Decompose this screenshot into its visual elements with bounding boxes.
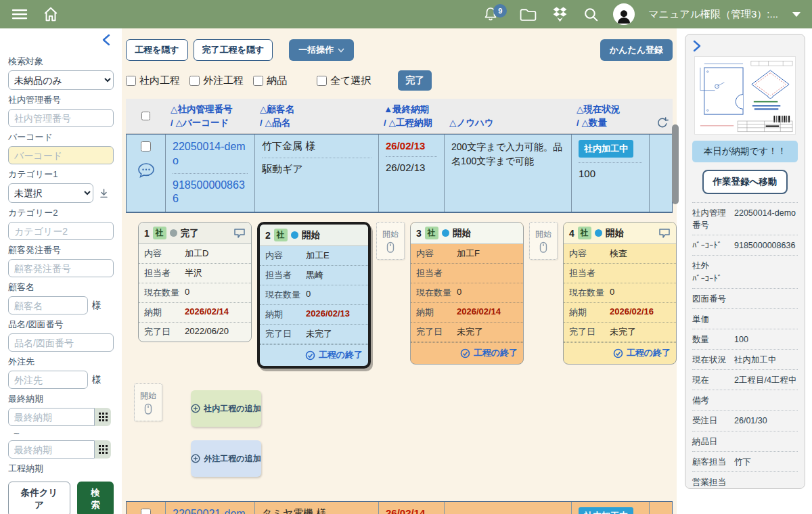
move-to-work-register-button[interactable]: 作業登録へ移動 xyxy=(702,170,788,194)
avatar[interactable] xyxy=(613,3,635,25)
home-icon[interactable] xyxy=(42,5,60,23)
delivery-checkbox[interactable] xyxy=(253,76,263,86)
end-process-link[interactable]: 工程の終了 xyxy=(260,344,368,366)
hide-done-process-button[interactable]: 完了工程を隠す xyxy=(194,39,273,61)
start-label: 開始 xyxy=(382,229,399,240)
panel-collapse-icon[interactable] xyxy=(692,40,798,52)
header-select-all-checkbox[interactable] xyxy=(141,112,150,120)
easy-register-button[interactable]: かんたん登録 xyxy=(600,39,673,61)
internal-id-link[interactable]: 22050014-demo xyxy=(173,140,248,168)
process-card-section: 1 社 完了 内容加工D 担当者半沢 現在数量0 納期2026/02/14 xyxy=(126,213,673,477)
refresh-icon[interactable] xyxy=(656,117,669,129)
barcode-link[interactable]: 9185000008636 xyxy=(173,179,248,207)
notifications-bell-icon[interactable]: 9 xyxy=(482,6,499,22)
item-name-input[interactable] xyxy=(8,333,114,352)
current-qty-value: 0 xyxy=(306,289,363,301)
header-knowhow[interactable]: △ノウハウ xyxy=(444,102,571,129)
sort-qty[interactable]: / △数量 xyxy=(577,118,644,129)
sort-item[interactable]: / △品名 xyxy=(260,118,373,129)
search-target-select[interactable]: 未納品のみ xyxy=(8,70,114,90)
folder-icon[interactable] xyxy=(519,6,537,22)
sort-internal-id[interactable]: △社内管理番号 xyxy=(171,104,249,116)
main-content: 工程を隠す 完了工程を隠す 一括操作 かんたん登録 社内工程 外注工程 納品 xyxy=(122,28,677,514)
external-process-label: 外注工程 xyxy=(203,74,244,87)
add-external-process-button[interactable]: 外注工程の追加 xyxy=(191,440,261,477)
done-date-label: 完了日 xyxy=(416,326,457,338)
end-process-link[interactable]: 工程の終了 xyxy=(564,342,676,364)
due-value: 2026/02/14 xyxy=(185,306,246,319)
sort-barcode[interactable]: / △バーコード xyxy=(171,118,249,129)
customer-order-label: 顧客発注番号 xyxy=(8,244,114,256)
vendor-input[interactable] xyxy=(8,371,88,389)
content-value: 加工D xyxy=(185,248,246,260)
hide-process-button[interactable]: 工程を隠す xyxy=(126,39,188,61)
hamburger-menu-icon[interactable] xyxy=(11,7,28,22)
status-dot-icon xyxy=(291,231,298,239)
header-customer[interactable]: △顧客名 / △品名 xyxy=(254,102,378,129)
add-internal-process-button[interactable]: 社内工程の追加 xyxy=(191,390,261,427)
chat-bubble-icon[interactable] xyxy=(137,162,155,179)
header-status[interactable]: △現在状況 / △数量 xyxy=(571,102,649,129)
external-process-checkbox[interactable] xyxy=(189,76,200,86)
checkbox-delivery[interactable]: 納品 xyxy=(253,74,287,87)
final-due-date: 26/02/14 xyxy=(386,507,437,514)
process-card-3[interactable]: 3 社 開始 内容加工F 担当者 現在数量0 納期2026/02/14 完了日未… xyxy=(410,222,524,365)
current-qty-value: 0 xyxy=(185,287,246,299)
end-process-link[interactable]: 工程の終了 xyxy=(411,342,523,364)
customer-name-input[interactable] xyxy=(8,296,88,314)
process-card-1[interactable]: 1 社 完了 内容加工D 担当者半沢 現在数量0 納期2026/02/14 xyxy=(138,222,252,342)
category1-label: カテゴリー1 xyxy=(8,168,114,181)
calendar-picker-button[interactable] xyxy=(95,408,111,426)
process-card-4[interactable]: 4 社 開始 内容検査 担当者 現在数量0 納期2026/02/16 完了 xyxy=(563,222,677,365)
header-internal-id[interactable]: △社内管理番号 / △バーコード xyxy=(165,102,254,129)
sort-customer[interactable]: △顧客名 xyxy=(260,104,373,116)
calendar-picker-button[interactable] xyxy=(95,440,111,459)
category1-select[interactable]: 未選択 xyxy=(8,183,93,203)
start-drop-zone[interactable]: 開始 xyxy=(134,383,162,421)
checkbox-external-process[interactable]: 外注工程 xyxy=(189,74,244,87)
internal-id-link[interactable]: 22050021-demo xyxy=(173,507,248,514)
select-all-checkbox[interactable] xyxy=(317,76,327,86)
internal-process-checkbox[interactable] xyxy=(126,76,136,86)
start-drop-zone[interactable]: 開始 xyxy=(529,222,558,260)
sort-process-due[interactable]: / △工程納期 xyxy=(384,118,438,129)
checkbox-internal-process[interactable]: 社内工程 xyxy=(126,74,180,87)
header-due[interactable]: ▲最終納期 / △工程納期 xyxy=(378,102,444,129)
user-role-label: マニュアル権限（管理3）:... xyxy=(648,8,778,21)
expand-categories-icon[interactable] xyxy=(99,188,109,199)
internal-id-input[interactable] xyxy=(8,109,114,127)
comment-bubble-icon[interactable] xyxy=(233,228,246,239)
sort-final-due[interactable]: ▲最終納期 xyxy=(384,104,438,116)
start-drop-zone[interactable]: 開始 xyxy=(376,222,405,260)
search-icon[interactable] xyxy=(583,6,600,23)
bulk-action-button[interactable]: 一括操作 xyxy=(289,39,354,61)
final-due-to-input[interactable] xyxy=(8,440,95,459)
sidebar-collapse-icon[interactable] xyxy=(102,34,111,46)
table-row[interactable]: 22050021-demo タミヤ電機 様 成型品A 26/02/14 26/0… xyxy=(126,501,673,514)
sort-knowhow[interactable]: △ノウハウ xyxy=(449,118,566,129)
final-due-from-input[interactable] xyxy=(8,408,95,426)
barcode-input[interactable] xyxy=(8,146,114,164)
comment-bubble-icon[interactable] xyxy=(658,228,671,239)
sort-status[interactable]: △現在状況 xyxy=(577,104,644,116)
drawing-thumbnail[interactable] xyxy=(694,56,796,135)
start-label: 開始 xyxy=(140,390,156,402)
checkbox-select-all[interactable]: 全て選択 xyxy=(317,74,371,87)
detail-row: 納品日 xyxy=(692,431,798,452)
complete-button[interactable]: 完了 xyxy=(398,70,432,91)
vertical-scrollbar-thumb[interactable] xyxy=(672,124,679,204)
clear-conditions-button[interactable]: 条件クリア xyxy=(8,482,70,514)
mouse-icon xyxy=(539,241,548,254)
assignee-label: 担当者 xyxy=(416,267,457,279)
category2-input[interactable] xyxy=(8,222,114,240)
search-button[interactable]: 検索 xyxy=(77,482,114,514)
knowhow-text xyxy=(445,502,572,514)
dropbox-icon[interactable] xyxy=(551,6,569,23)
row-checkbox[interactable] xyxy=(141,509,151,514)
process-card-2[interactable]: 2 社 開始 内容加工E 担当者黒崎 現在数量0 納期2026/02/13 完了… xyxy=(257,222,371,369)
table-row[interactable]: 22050014-demo 9185000008636 竹下金属 様 駆動ギア … xyxy=(126,134,673,213)
row-checkbox[interactable] xyxy=(141,141,151,151)
detail-row: 図面番号 xyxy=(692,289,798,309)
customer-order-input[interactable] xyxy=(8,259,114,277)
user-menu-caret-icon[interactable] xyxy=(792,11,801,18)
